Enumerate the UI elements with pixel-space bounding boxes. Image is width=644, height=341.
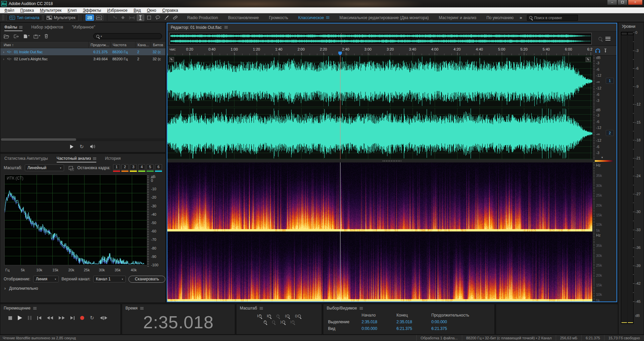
zoom-to-selection-in-button[interactable]: ⟨ <box>285 314 289 318</box>
top-channel-select[interactable]: Канал 1▾ <box>93 276 126 282</box>
panel-menu-icon[interactable] <box>140 307 144 310</box>
table-row[interactable]: ›02 Love's Alright.flac3:49.66488200 Гц2… <box>0 55 165 62</box>
tab-История[interactable]: История <box>105 156 121 162</box>
waveform-playhead[interactable] <box>340 56 340 159</box>
play-button[interactable] <box>18 316 22 320</box>
panel-menu-icon[interactable] <box>224 26 228 28</box>
minimize-button[interactable]: – <box>607 0 617 5</box>
spectral-playhead[interactable] <box>340 162 340 301</box>
files-horizontal-scrollbar[interactable] <box>1 138 165 141</box>
zoom-out-full-icon[interactable] <box>598 37 602 41</box>
selection-end-value[interactable]: 6:21.375 <box>396 326 431 331</box>
menu-Окно[interactable]: Окно <box>144 8 159 13</box>
loop-playback-button[interactable]: ↻ <box>90 316 94 320</box>
panel-menu-icon[interactable] <box>19 26 22 28</box>
menu-Клип[interactable]: Клип <box>65 8 80 13</box>
advanced-section-toggle[interactable]: › Дополнительно <box>0 285 165 292</box>
expand-chevron-icon[interactable]: › <box>3 50 4 54</box>
maximize-button[interactable] <box>618 0 628 5</box>
help-search-box[interactable]: Поиск в справке <box>527 15 578 21</box>
waveform-editor-button[interactable]: Тип сигнала <box>6 14 42 21</box>
splitter-handle-icon[interactable] <box>383 160 401 161</box>
spectral-amplitude-gradient[interactable] <box>595 160 613 162</box>
column-header-Продолж...[interactable]: Продолж... <box>88 42 110 48</box>
display-select[interactable]: Линия▾ <box>33 276 59 282</box>
workspace-overflow-button[interactable]: » <box>520 15 522 20</box>
hold-button-2[interactable]: 2 <box>121 164 128 170</box>
menu-Избранное[interactable]: Избранное <box>104 8 130 13</box>
workspace-tab[interactable]: Radio Production <box>187 15 218 20</box>
channel-badge-2[interactable]: 2 <box>606 130 614 136</box>
frequency-graph[interactable]: ИТК (СТ) <box>4 175 147 265</box>
expand-chevron-icon[interactable]: › <box>3 57 4 61</box>
tab-Статистика Амплитуды[interactable]: Статистика Амплитуды <box>4 156 48 162</box>
spectral-view-toggle[interactable] <box>95 14 103 21</box>
workspace-tab[interactable]: Классическое <box>298 15 329 20</box>
tab-Набор эффектов[interactable]: Набор эффектов <box>31 25 63 31</box>
collapse-caret-icon[interactable]: ▾ <box>601 156 603 159</box>
column-header-Имя[interactable]: Имя↑ <box>0 42 88 48</box>
column-header-Битов[interactable]: Битов <box>151 42 165 48</box>
skip-to-start-button[interactable] <box>37 316 41 320</box>
menu-Справка[interactable]: Справка <box>159 8 181 13</box>
preview-autoplay-speaker-icon[interactable] <box>90 144 96 149</box>
edit-channel-left-icon[interactable]: ✎ <box>169 57 174 62</box>
column-header-Частота[interactable]: Частота <box>110 42 135 48</box>
edit-channel-right-icon[interactable]: ✎ <box>586 57 591 62</box>
tab-"Избранное"[interactable]: "Избранное" <box>72 25 95 31</box>
zoom-reset-button[interactable] <box>272 321 275 324</box>
paintbrush-selection-tool[interactable] <box>163 14 170 21</box>
workspace-tab[interactable]: Мастеринг и анализ <box>439 15 476 20</box>
scrollbar-thumb[interactable] <box>1 138 76 141</box>
zoom-to-selection-button[interactable]: ⟨⟩ <box>295 314 301 318</box>
tab-Файлы[interactable]: Файлы <box>4 25 22 31</box>
panel-menu-icon[interactable] <box>33 307 37 310</box>
workspace-tab[interactable]: Максимальное редактирование (Два монитор… <box>339 15 429 20</box>
toolbar-grip[interactable] <box>2 15 4 21</box>
waveform-display[interactable]: ✎ ✎ <box>167 56 592 159</box>
selection-duration-value[interactable]: 6:21.375 <box>431 326 488 331</box>
hold-button-6[interactable]: 6 <box>155 164 162 170</box>
close-button[interactable]: × <box>628 0 643 5</box>
wave-spectral-splitter[interactable] <box>167 159 616 162</box>
trash-icon[interactable] <box>44 34 48 39</box>
search-options-caret[interactable]: ▾ <box>101 35 102 38</box>
menu-Эффекты[interactable]: Эффекты <box>80 8 104 13</box>
scan-button[interactable]: Сканировать <box>128 276 165 283</box>
menu-Файл[interactable]: Файл <box>1 8 17 13</box>
table-row[interactable]: ›01 Inside Out.flac6:21.37588200 Гц232 (… <box>0 48 165 55</box>
waveform-view-toggle[interactable] <box>86 14 94 21</box>
preview-play-button[interactable] <box>70 145 73 149</box>
rewind-button[interactable] <box>47 316 53 320</box>
slip-tool[interactable] <box>128 14 136 21</box>
open-file-icon[interactable] <box>4 34 9 39</box>
monitor-headphones-icon[interactable] <box>595 48 600 53</box>
zoom-in-full-button[interactable]: I <box>290 320 295 324</box>
level-meters[interactable] <box>621 32 634 324</box>
channel-badge-1[interactable]: 1 <box>606 78 614 84</box>
selection-start-value[interactable]: 0:00.000 <box>362 326 396 331</box>
marquee-selection-tool[interactable] <box>146 14 153 21</box>
workspace-tab[interactable]: По умолчанию <box>486 15 514 20</box>
pin-icon[interactable] <box>604 48 607 53</box>
workspace-tab[interactable]: Громкость <box>269 15 288 20</box>
insert-into-multitrack-button[interactable]: ▾ <box>34 34 40 39</box>
skip-to-end-button[interactable] <box>70 316 74 320</box>
selection-start-value[interactable]: 2:35.018 <box>362 320 396 324</box>
overview-options-icon[interactable] <box>605 37 610 41</box>
amplitude-scale[interactable]: dB-3-6-12-∞-12-6-31dB-3-6-12-∞-12-6-32▾ <box>592 56 616 159</box>
tab-Частотный анализ[interactable]: Частотный анализ <box>57 156 96 162</box>
hold-button-1[interactable]: 1 <box>113 164 120 170</box>
zoom-to-selection-out-button[interactable]: ⟩ <box>280 320 285 324</box>
panel-menu-icon[interactable] <box>360 307 363 310</box>
workspace-tab[interactable]: Восстановление <box>228 15 259 20</box>
skip-selection-button[interactable] <box>100 316 107 320</box>
panel-menu-icon[interactable] <box>260 307 263 310</box>
time-selection-tool[interactable] <box>137 14 144 21</box>
files-search-input[interactable]: ▾ <box>93 33 162 39</box>
current-time-display[interactable]: 2:35.018 <box>122 310 235 334</box>
copy-graph-icon[interactable] <box>69 166 73 170</box>
hold-button-5[interactable]: 5 <box>147 164 154 170</box>
frequency-scale[interactable]: Hz35k30k25k20k15k10k5kHz35k30k25k20k15k1… <box>592 162 616 301</box>
scale-select[interactable]: Линейный▾ <box>25 164 64 171</box>
